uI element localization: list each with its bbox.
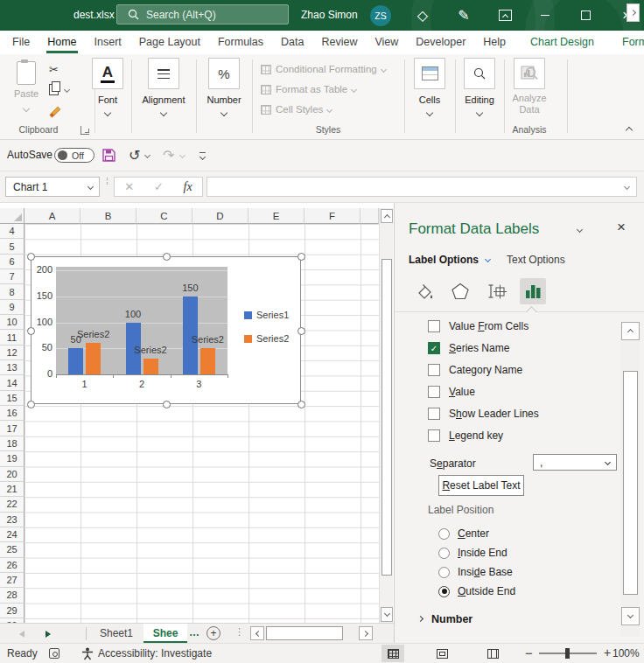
page-layout-view-button[interactable] bbox=[430, 645, 453, 662]
accessibility-status[interactable]: Accessibility: Investigate bbox=[98, 644, 212, 663]
resize-handle[interactable] bbox=[27, 253, 35, 261]
number-button[interactable]: % bbox=[208, 58, 240, 89]
embedded-chart[interactable]: 05010015020012350100150Series2Series2Ser… bbox=[31, 256, 301, 404]
tab-chart-design[interactable]: Chart Design bbox=[522, 31, 603, 54]
tab-data[interactable]: Data bbox=[272, 31, 312, 54]
tab-format[interactable]: Format bbox=[613, 31, 644, 54]
row-header-11[interactable]: 11 bbox=[0, 330, 24, 345]
resize-handle[interactable] bbox=[163, 401, 171, 408]
add-sheet-button[interactable]: + bbox=[206, 626, 220, 640]
row-header-9[interactable]: 9 bbox=[0, 300, 24, 315]
row-header-21[interactable]: 21 bbox=[0, 482, 24, 497]
row-header-6[interactable]: 6 bbox=[0, 255, 24, 269]
scroll-down-button[interactable] bbox=[381, 607, 393, 622]
row-header-22[interactable]: 22 bbox=[0, 497, 24, 512]
resize-handle[interactable] bbox=[298, 253, 305, 261]
chevron-down-icon[interactable] bbox=[624, 184, 630, 190]
tab-file[interactable]: File bbox=[4, 31, 38, 54]
checkbox-series-name[interactable]: ✓Series Name bbox=[428, 340, 509, 356]
tab-scroll-left-button[interactable] bbox=[250, 626, 264, 640]
chart-legend[interactable]: Series1Series2 bbox=[244, 310, 289, 357]
data-label-series2-category-2[interactable]: Series2 bbox=[124, 345, 177, 355]
resize-handle[interactable] bbox=[27, 327, 35, 335]
undo-dropdown[interactable] bbox=[145, 140, 150, 171]
insert-function-button[interactable]: fx bbox=[184, 180, 192, 194]
sheet-tab-active[interactable]: Shee bbox=[144, 624, 187, 643]
row-header-12[interactable]: 12 bbox=[0, 345, 24, 360]
copy-button[interactable] bbox=[49, 84, 69, 95]
row-header-8[interactable]: 8 bbox=[0, 284, 24, 299]
pane-options-icon[interactable] bbox=[577, 227, 583, 233]
label-options-icon[interactable] bbox=[520, 278, 546, 304]
radio-center[interactable]: Center bbox=[438, 527, 489, 541]
pane-scroll-up-button[interactable] bbox=[621, 322, 640, 340]
number-section-chevron-icon[interactable] bbox=[417, 616, 424, 622]
bar-series2-category-3[interactable] bbox=[200, 348, 215, 374]
select-all-corner[interactable] bbox=[0, 208, 24, 224]
bar-series2-category-2[interactable] bbox=[144, 359, 158, 374]
zoom-slider-thumb[interactable] bbox=[565, 648, 570, 659]
tab-scrollbar-thumb[interactable] bbox=[266, 626, 343, 640]
avatar[interactable]: ZS bbox=[370, 5, 391, 26]
zoom-out-button[interactable]: − bbox=[525, 644, 533, 662]
alignment-button[interactable] bbox=[148, 58, 179, 89]
formula-bar-handle[interactable]: ⁞ bbox=[106, 179, 108, 184]
row-header-19[interactable]: 19 bbox=[0, 451, 24, 466]
chevron-down-icon[interactable] bbox=[104, 109, 111, 116]
user-name[interactable]: Zhao Simon bbox=[301, 0, 358, 31]
clipboard-dialog-launcher[interactable] bbox=[80, 126, 89, 135]
row-header-14[interactable]: 14 bbox=[0, 375, 24, 390]
page-break-view-button[interactable] bbox=[481, 645, 504, 662]
data-label-series2-category-3[interactable]: Series2 bbox=[181, 334, 234, 345]
accessibility-person-icon[interactable] bbox=[81, 647, 94, 660]
zoom-percentage[interactable]: 100% bbox=[612, 644, 639, 663]
row-header-25[interactable]: 25 bbox=[0, 542, 24, 557]
tab-insert[interactable]: Insert bbox=[86, 31, 130, 54]
column-header-partial[interactable] bbox=[360, 208, 379, 224]
checkbox-value-from-cells[interactable]: Value From Cells bbox=[428, 318, 528, 334]
data-label-series1-category-2[interactable]: 100 bbox=[107, 309, 159, 319]
scroll-up-button[interactable] bbox=[381, 209, 393, 223]
chevron-down-icon[interactable] bbox=[476, 109, 483, 116]
bar-series2-category-1[interactable] bbox=[86, 343, 101, 374]
macro-record-icon[interactable] bbox=[49, 648, 60, 659]
column-header-d[interactable]: D bbox=[192, 208, 248, 224]
column-header-e[interactable]: E bbox=[248, 208, 304, 224]
save-button[interactable] bbox=[102, 140, 116, 171]
row-header-26[interactable]: 26 bbox=[0, 558, 24, 573]
chevron-down-icon[interactable] bbox=[220, 109, 228, 116]
tab-help[interactable]: Help bbox=[474, 31, 514, 54]
column-header-f[interactable]: F bbox=[304, 208, 360, 224]
cut-button[interactable]: ✂ bbox=[49, 63, 59, 76]
row-header-4[interactable]: 4 bbox=[0, 224, 24, 239]
cells-button[interactable] bbox=[414, 58, 445, 89]
radio-inside-base[interactable]: Inside Base bbox=[438, 565, 513, 579]
ribbon-display-options-icon[interactable] bbox=[488, 0, 522, 31]
tab-view[interactable]: View bbox=[366, 31, 407, 54]
autosave-toggle[interactable]: Off bbox=[54, 148, 94, 163]
normal-view-button[interactable] bbox=[382, 645, 404, 662]
checkbox-category-name[interactable]: Category Name bbox=[428, 362, 522, 378]
row-header-13[interactable]: 13 bbox=[0, 360, 24, 375]
resize-handle[interactable] bbox=[298, 401, 305, 408]
fill-line-icon[interactable] bbox=[410, 278, 437, 304]
checkbox-value[interactable]: Value bbox=[428, 384, 475, 400]
tab-review[interactable]: Review bbox=[312, 31, 366, 54]
sheet-options-icon[interactable]: ⋮ bbox=[234, 626, 244, 638]
radio-inside-end[interactable]: Inside End bbox=[438, 546, 508, 560]
column-header-c[interactable]: C bbox=[136, 208, 192, 224]
pane-scrollbar-thumb[interactable] bbox=[623, 371, 638, 595]
number-section-label[interactable]: Number bbox=[431, 613, 472, 625]
checkbox-legend-key[interactable]: Legend key bbox=[428, 428, 503, 443]
row-header-15[interactable]: 15 bbox=[0, 391, 24, 406]
row-header-20[interactable]: 20 bbox=[0, 467, 24, 482]
editing-button[interactable] bbox=[464, 58, 495, 89]
tab-home[interactable]: Home bbox=[38, 31, 85, 54]
vertical-scrollbar[interactable] bbox=[379, 208, 393, 623]
undo-button[interactable]: ↺ bbox=[129, 140, 140, 171]
resize-handle[interactable] bbox=[298, 327, 305, 335]
name-box[interactable]: Chart 1 bbox=[5, 177, 100, 197]
pane-scroll-down-button[interactable] bbox=[621, 607, 640, 625]
premium-gem-icon[interactable]: ◇ bbox=[406, 0, 439, 31]
scrollbar-thumb[interactable] bbox=[382, 259, 392, 576]
